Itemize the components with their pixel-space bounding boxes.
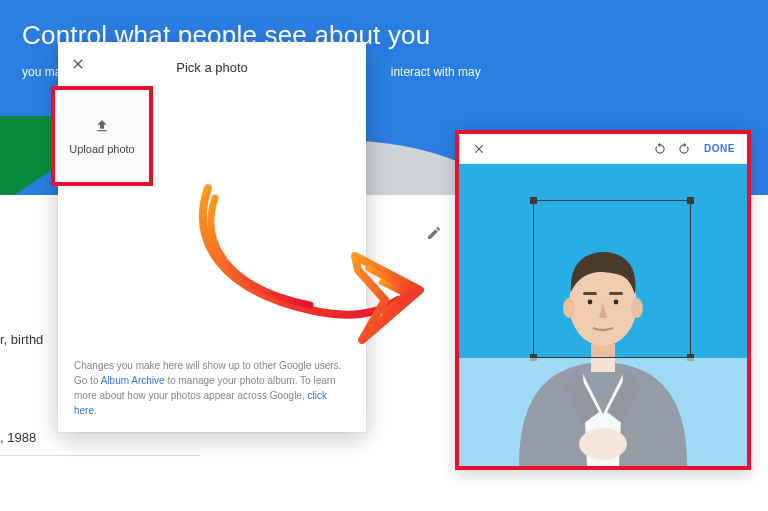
done-button[interactable]: DONE	[696, 143, 739, 154]
background-date-value: , 1988	[0, 430, 36, 445]
edit-pencil-icon[interactable]	[426, 225, 442, 245]
modal-footer-text: Changes you make here will show up to ot…	[74, 358, 350, 418]
crop-handle-top-right[interactable]	[687, 197, 694, 204]
crop-handle-bottom-left[interactable]	[530, 354, 537, 361]
modal-title: Pick a photo	[58, 60, 366, 75]
divider	[0, 455, 200, 456]
crop-toolbar: DONE	[459, 134, 747, 164]
crop-stage[interactable]	[459, 164, 747, 466]
crop-rectangle[interactable]	[533, 200, 691, 358]
upload-photo-label: Upload photo	[69, 143, 134, 155]
crop-handle-top-left[interactable]	[530, 197, 537, 204]
rotate-right-button[interactable]	[672, 142, 696, 156]
upload-photo-tile[interactable]: Upload photo	[51, 86, 153, 186]
album-archive-link[interactable]: Album Archive	[101, 375, 165, 386]
upload-icon	[94, 118, 110, 138]
background-field-label: r, birthd	[0, 332, 43, 347]
svg-point-1	[579, 428, 627, 460]
crop-dialog: DONE	[455, 130, 751, 470]
close-button[interactable]	[467, 142, 491, 156]
rotate-left-button[interactable]	[648, 142, 672, 156]
crop-handle-bottom-right[interactable]	[687, 354, 694, 361]
pick-photo-modal: Pick a photo Upload photo Changes you ma…	[58, 42, 366, 432]
